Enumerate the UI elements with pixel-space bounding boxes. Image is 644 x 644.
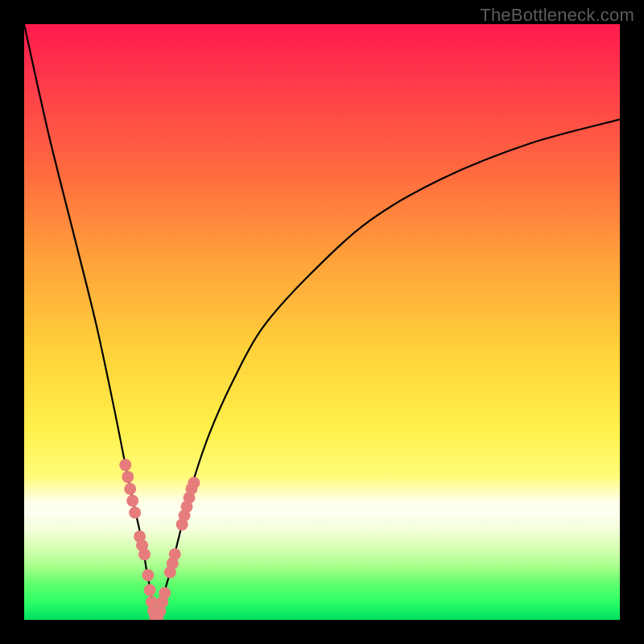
scatter-group [119,459,200,620]
plot-area [24,24,620,620]
outer-frame: TheBottleneck.com [0,0,644,644]
scatter-dot [169,548,181,560]
scatter-dot [188,477,200,489]
curve-right-branch [155,119,620,620]
scatter-dot [144,584,156,597]
scatter-dot [126,495,138,507]
watermark-text: TheBottleneck.com [480,5,634,26]
scatter-dot [138,548,151,560]
curve-left-branch [24,24,155,620]
scatter-dot [129,506,141,518]
scatter-dot [142,569,154,581]
curve-group [24,24,620,620]
chart-svg [24,24,620,620]
scatter-dot [119,459,131,471]
scatter-dot [159,587,171,599]
scatter-dot [122,471,134,483]
scatter-dot [124,483,136,495]
